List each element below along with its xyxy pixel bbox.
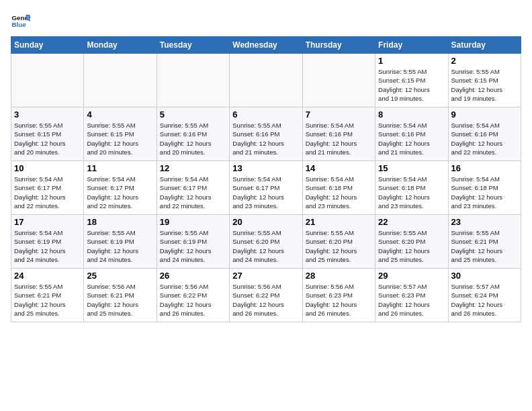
day-number: 9 [451, 109, 518, 120]
day-number: 19 [160, 217, 226, 227]
calendar-cell: 13Sunrise: 5:54 AM Sunset: 6:17 PM Dayli… [230, 161, 302, 215]
calendar-cell: 11Sunrise: 5:54 AM Sunset: 6:17 PM Dayli… [84, 161, 157, 215]
day-detail: Sunrise: 5:54 AM Sunset: 6:17 PM Dayligh… [160, 175, 226, 210]
calendar-cell [84, 54, 157, 107]
day-detail: Sunrise: 5:54 AM Sunset: 6:17 PM Dayligh… [232, 175, 299, 210]
calendar-cell: 19Sunrise: 5:55 AM Sunset: 6:19 PM Dayli… [157, 215, 229, 269]
calendar-week-row: 24Sunrise: 5:55 AM Sunset: 6:21 PM Dayli… [11, 269, 521, 322]
day-number: 27 [232, 271, 299, 281]
column-header-monday: Monday [84, 37, 157, 54]
day-detail: Sunrise: 5:55 AM Sunset: 6:19 PM Dayligh… [160, 228, 226, 264]
day-number: 3 [14, 109, 81, 120]
day-detail: Sunrise: 5:55 AM Sunset: 6:20 PM Dayligh… [378, 228, 445, 264]
calendar-cell: 8Sunrise: 5:54 AM Sunset: 6:16 PM Daylig… [375, 107, 448, 161]
day-number: 22 [378, 217, 445, 227]
day-detail: Sunrise: 5:54 AM Sunset: 6:18 PM Dayligh… [378, 175, 445, 210]
day-detail: Sunrise: 5:55 AM Sunset: 6:15 PM Dayligh… [87, 121, 153, 156]
day-number: 10 [14, 163, 81, 173]
calendar-cell [302, 54, 375, 107]
day-number: 24 [14, 271, 81, 281]
calendar-cell: 2Sunrise: 5:55 AM Sunset: 6:15 PM Daylig… [448, 54, 521, 107]
day-detail: Sunrise: 5:55 AM Sunset: 6:20 PM Dayligh… [232, 228, 299, 264]
day-number: 11 [87, 163, 153, 173]
calendar-cell: 30Sunrise: 5:57 AM Sunset: 6:24 PM Dayli… [448, 269, 521, 322]
calendar-header-row: SundayMondayTuesdayWednesdayThursdayFrid… [11, 37, 521, 54]
day-detail: Sunrise: 5:55 AM Sunset: 6:21 PM Dayligh… [451, 228, 518, 264]
day-detail: Sunrise: 5:54 AM Sunset: 6:16 PM Dayligh… [306, 121, 372, 156]
logo: General Blue [11, 11, 31, 31]
day-detail: Sunrise: 5:56 AM Sunset: 6:22 PM Dayligh… [160, 282, 226, 318]
column-header-saturday: Saturday [448, 37, 521, 54]
day-detail: Sunrise: 5:54 AM Sunset: 6:18 PM Dayligh… [306, 175, 372, 210]
day-number: 2 [451, 56, 518, 66]
day-number: 5 [160, 109, 226, 120]
calendar-cell [157, 54, 229, 107]
day-detail: Sunrise: 5:54 AM Sunset: 6:16 PM Dayligh… [378, 121, 445, 156]
day-number: 13 [232, 163, 299, 173]
day-detail: Sunrise: 5:54 AM Sunset: 6:16 PM Dayligh… [451, 121, 518, 156]
calendar-cell: 26Sunrise: 5:56 AM Sunset: 6:22 PM Dayli… [157, 269, 229, 322]
calendar-week-row: 17Sunrise: 5:54 AM Sunset: 6:19 PM Dayli… [11, 215, 521, 269]
calendar-cell [11, 54, 84, 107]
day-detail: Sunrise: 5:55 AM Sunset: 6:15 PM Dayligh… [378, 67, 445, 103]
day-number: 18 [87, 217, 153, 227]
day-detail: Sunrise: 5:55 AM Sunset: 6:19 PM Dayligh… [87, 228, 153, 264]
calendar-cell: 3Sunrise: 5:55 AM Sunset: 6:15 PM Daylig… [11, 107, 84, 161]
calendar-cell: 10Sunrise: 5:54 AM Sunset: 6:17 PM Dayli… [11, 161, 84, 215]
calendar-cell: 29Sunrise: 5:57 AM Sunset: 6:23 PM Dayli… [375, 269, 448, 322]
day-detail: Sunrise: 5:55 AM Sunset: 6:21 PM Dayligh… [14, 282, 81, 318]
day-detail: Sunrise: 5:57 AM Sunset: 6:23 PM Dayligh… [378, 282, 445, 318]
calendar-cell: 4Sunrise: 5:55 AM Sunset: 6:15 PM Daylig… [84, 107, 157, 161]
column-header-sunday: Sunday [11, 37, 84, 54]
day-number: 30 [451, 271, 518, 281]
day-detail: Sunrise: 5:55 AM Sunset: 6:15 PM Dayligh… [451, 67, 518, 103]
calendar-cell: 18Sunrise: 5:55 AM Sunset: 6:19 PM Dayli… [84, 215, 157, 269]
calendar-cell: 25Sunrise: 5:56 AM Sunset: 6:21 PM Dayli… [84, 269, 157, 322]
calendar-cell: 28Sunrise: 5:56 AM Sunset: 6:23 PM Dayli… [302, 269, 375, 322]
day-number: 23 [451, 217, 518, 227]
day-detail: Sunrise: 5:55 AM Sunset: 6:20 PM Dayligh… [306, 228, 372, 264]
day-number: 8 [378, 109, 445, 120]
calendar-cell: 22Sunrise: 5:55 AM Sunset: 6:20 PM Dayli… [375, 215, 448, 269]
calendar-cell: 1Sunrise: 5:55 AM Sunset: 6:15 PM Daylig… [375, 54, 448, 107]
day-number: 25 [87, 271, 153, 281]
calendar-cell: 12Sunrise: 5:54 AM Sunset: 6:17 PM Dayli… [157, 161, 229, 215]
day-detail: Sunrise: 5:56 AM Sunset: 6:23 PM Dayligh… [306, 282, 372, 318]
day-detail: Sunrise: 5:54 AM Sunset: 6:18 PM Dayligh… [451, 175, 518, 210]
day-number: 1 [378, 56, 445, 66]
calendar-cell: 9Sunrise: 5:54 AM Sunset: 6:16 PM Daylig… [448, 107, 521, 161]
day-number: 4 [87, 109, 153, 120]
calendar-cell: 23Sunrise: 5:55 AM Sunset: 6:21 PM Dayli… [448, 215, 521, 269]
calendar-week-row: 10Sunrise: 5:54 AM Sunset: 6:17 PM Dayli… [11, 161, 521, 215]
calendar-cell: 24Sunrise: 5:55 AM Sunset: 6:21 PM Dayli… [11, 269, 84, 322]
calendar-cell: 15Sunrise: 5:54 AM Sunset: 6:18 PM Dayli… [375, 161, 448, 215]
calendar-cell [230, 54, 302, 107]
day-detail: Sunrise: 5:54 AM Sunset: 6:19 PM Dayligh… [14, 228, 81, 264]
day-number: 17 [14, 217, 81, 227]
day-detail: Sunrise: 5:54 AM Sunset: 6:17 PM Dayligh… [14, 175, 81, 210]
day-number: 28 [306, 271, 372, 281]
calendar-cell: 21Sunrise: 5:55 AM Sunset: 6:20 PM Dayli… [302, 215, 375, 269]
calendar-cell: 7Sunrise: 5:54 AM Sunset: 6:16 PM Daylig… [302, 107, 375, 161]
column-header-friday: Friday [375, 37, 448, 54]
day-number: 7 [306, 109, 372, 120]
calendar-cell: 17Sunrise: 5:54 AM Sunset: 6:19 PM Dayli… [11, 215, 84, 269]
day-number: 20 [232, 217, 299, 227]
column-header-thursday: Thursday [302, 37, 375, 54]
day-number: 29 [378, 271, 445, 281]
day-detail: Sunrise: 5:55 AM Sunset: 6:15 PM Dayligh… [14, 121, 81, 156]
calendar-cell: 16Sunrise: 5:54 AM Sunset: 6:18 PM Dayli… [448, 161, 521, 215]
day-detail: Sunrise: 5:54 AM Sunset: 6:17 PM Dayligh… [87, 175, 153, 210]
day-number: 12 [160, 163, 226, 173]
calendar-cell: 14Sunrise: 5:54 AM Sunset: 6:18 PM Dayli… [302, 161, 375, 215]
calendar-cell: 5Sunrise: 5:55 AM Sunset: 6:16 PM Daylig… [157, 107, 229, 161]
svg-text:Blue: Blue [12, 21, 27, 28]
day-detail: Sunrise: 5:56 AM Sunset: 6:22 PM Dayligh… [232, 282, 299, 318]
day-detail: Sunrise: 5:55 AM Sunset: 6:16 PM Dayligh… [160, 121, 226, 156]
calendar-table: SundayMondayTuesdayWednesdayThursdayFrid… [11, 36, 521, 322]
day-detail: Sunrise: 5:55 AM Sunset: 6:16 PM Dayligh… [232, 121, 299, 156]
logo-icon: General Blue [11, 11, 31, 31]
day-number: 15 [378, 163, 445, 173]
day-number: 16 [451, 163, 518, 173]
column-header-tuesday: Tuesday [157, 37, 229, 54]
